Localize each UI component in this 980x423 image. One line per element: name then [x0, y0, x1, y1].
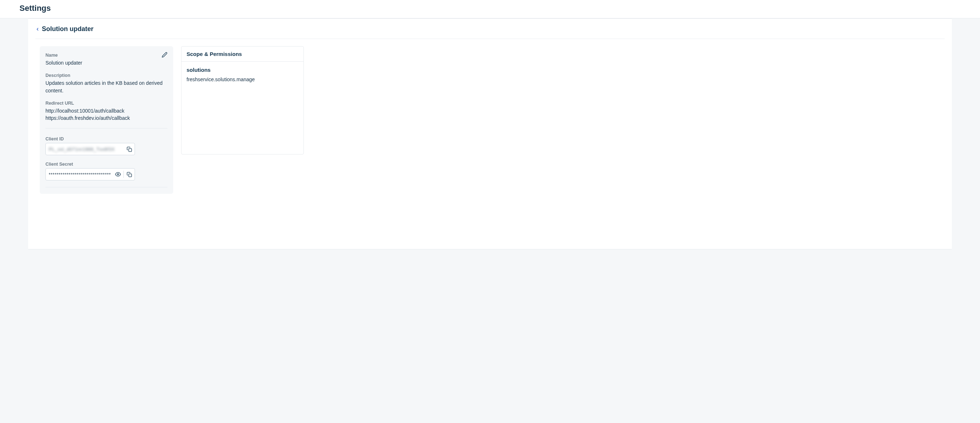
client-id-value: PL_xxl_d071nr1988_Txx8f3X	[46, 143, 124, 155]
description-field: Description Updates solution articles in…	[46, 73, 167, 94]
breadcrumb-title: Solution updater	[42, 25, 94, 33]
client-secret-label: Client Secret	[46, 162, 167, 167]
page-body: Solution updater Name Solution updater D…	[0, 18, 980, 250]
redirect-url-value-2: https://oauth.freshdev.io/auth/callback	[46, 114, 167, 122]
permissions-panel-title: Scope & Permissions	[181, 46, 304, 62]
redirect-url-field: Redirect URL http://localhost:10001/auth…	[46, 101, 167, 122]
chevron-left-icon	[35, 27, 40, 32]
page-title: Settings	[19, 3, 961, 13]
copy-client-id-button[interactable]	[124, 143, 135, 155]
main-card: Solution updater Name Solution updater D…	[28, 18, 952, 250]
scope-item: freshservice.solutions.manage	[186, 76, 298, 82]
client-secret-value: *******************************	[46, 169, 113, 180]
name-value: Solution updater	[46, 59, 167, 67]
client-id-field: Client ID PL_xxl_d071nr1988_Txx8f3X	[46, 137, 167, 155]
reveal-secret-button[interactable]	[113, 169, 123, 180]
redirect-url-value-1: http://localhost:10001/auth/callback	[46, 107, 167, 114]
name-label: Name	[46, 53, 167, 58]
redirect-url-label: Redirect URL	[46, 101, 167, 106]
svg-point-1	[117, 173, 119, 175]
client-id-input: PL_xxl_d071nr1988_Txx8f3X	[46, 143, 135, 155]
client-secret-input: *******************************	[46, 168, 135, 180]
content-columns: Name Solution updater Description Update…	[35, 46, 945, 194]
permissions-panel-body: solutions freshservice.solutions.manage	[181, 62, 304, 87]
copy-icon	[127, 146, 132, 152]
divider	[46, 187, 167, 187]
permissions-panel: Scope & Permissions solutions freshservi…	[181, 46, 304, 154]
details-panel: Name Solution updater Description Update…	[40, 46, 173, 194]
scope-group: solutions	[186, 67, 298, 73]
svg-rect-0	[129, 149, 131, 151]
copy-client-secret-button[interactable]	[124, 169, 135, 180]
copy-icon	[127, 172, 132, 177]
settings-header: Settings	[0, 0, 980, 18]
divider	[46, 128, 167, 129]
name-field: Name Solution updater	[46, 53, 167, 67]
back-button[interactable]	[35, 27, 40, 32]
eye-icon	[115, 172, 121, 177]
breadcrumb: Solution updater	[35, 25, 945, 39]
pencil-icon	[162, 52, 167, 58]
description-value: Updates solution articles in the KB base…	[46, 80, 167, 94]
client-id-label: Client ID	[46, 137, 167, 142]
edit-button[interactable]	[160, 51, 169, 59]
description-label: Description	[46, 73, 167, 78]
svg-rect-2	[129, 174, 131, 177]
client-secret-field: Client Secret **************************…	[46, 162, 167, 180]
